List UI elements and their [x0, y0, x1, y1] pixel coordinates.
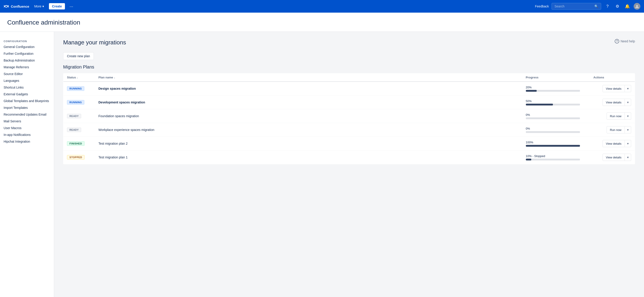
progress-bar-fill	[526, 145, 580, 147]
sidebar-item-external-gadgets[interactable]: External Gadgets	[0, 91, 54, 98]
progress-bar-background	[526, 131, 580, 133]
action-group: View details▾	[594, 140, 631, 147]
action-button[interactable]: View details	[602, 154, 625, 161]
action-button[interactable]: View details	[602, 99, 625, 106]
create-button[interactable]: Create	[49, 3, 65, 9]
content-header: Manage your migrations ? Need help	[63, 39, 635, 46]
column-header-status[interactable]: Status	[63, 73, 95, 82]
table-row: RUNNINGDesign spaces migration20%View de…	[63, 82, 635, 96]
search-placeholder: Search	[554, 4, 564, 8]
column-header-progress: Progress	[522, 73, 590, 82]
progress-bar-background	[526, 90, 580, 92]
main-layout: CONFIGURATION General Configuration Furt…	[0, 32, 644, 297]
progress-bar-background	[526, 104, 580, 105]
need-help-label: Need help	[620, 39, 635, 43]
sidebar-section-label: CONFIGURATION	[0, 38, 54, 43]
action-group: Run now▾	[594, 126, 631, 133]
search-icon: 🔍	[594, 4, 598, 8]
action-button[interactable]: Run now	[606, 126, 625, 133]
plan-name: Test migration plan 2	[98, 142, 128, 145]
migration-table: Status Plan name Progress Actions RUNNIN…	[63, 73, 635, 164]
logo-text: Confluence	[11, 4, 29, 8]
help-circle-icon: ?	[615, 39, 619, 43]
content-title: Manage your migrations	[63, 39, 126, 46]
table-row: FINISHEDTest migration plan 2100%View de…	[63, 137, 635, 151]
sidebar-item-shortcut-links[interactable]: Shortcut Links	[0, 84, 54, 91]
sidebar-item-languages[interactable]: Languages	[0, 77, 54, 84]
action-group: Run now▾	[594, 112, 631, 120]
status-badge: READY	[67, 114, 81, 118]
table-row: STOPPEDTest migration plan 110% - Stoppe…	[63, 151, 635, 164]
page-header: Confluence administration	[0, 13, 644, 32]
sidebar-item-further-configuration[interactable]: Further Configuration	[0, 50, 54, 57]
user-avatar[interactable]	[634, 3, 640, 10]
search-bar[interactable]: Search 🔍	[552, 3, 601, 10]
progress-bar-fill	[526, 104, 553, 105]
help-icon[interactable]: ?	[604, 4, 611, 9]
settings-icon[interactable]: ⚙	[614, 4, 621, 9]
plan-name: Foundation spaces migration	[98, 114, 139, 118]
column-header-actions: Actions	[590, 73, 635, 82]
more-button[interactable]: More ▾	[32, 3, 46, 9]
progress-container: 0%	[526, 127, 586, 133]
sidebar-item-mail-servers[interactable]: Mail Servers	[0, 118, 54, 125]
status-badge: READY	[67, 128, 81, 132]
sidebar-item-user-macros[interactable]: User Macros	[0, 125, 54, 131]
status-badge: RUNNING	[67, 100, 84, 105]
status-badge: FINISHED	[67, 141, 84, 146]
feedback-link[interactable]: Feedback	[535, 4, 549, 8]
status-badge: STOPPED	[67, 155, 84, 160]
need-help-link[interactable]: ? Need help	[615, 39, 635, 43]
action-group: View details▾	[594, 85, 631, 92]
progress-label: 0%	[526, 113, 586, 116]
plan-name: Design spaces migration	[98, 87, 136, 90]
sidebar-item-import-templates[interactable]: Import Templates	[0, 104, 54, 111]
sidebar-item-source-editor[interactable]: Source Editor	[0, 70, 54, 77]
top-navigation: Confluence More ▾ Create ··· Feedback Se…	[0, 0, 644, 13]
progress-bar-background	[526, 117, 580, 119]
action-dropdown-button[interactable]: ▾	[625, 126, 631, 133]
confluence-logo[interactable]: Confluence	[4, 3, 29, 9]
create-new-plan-button[interactable]: Create new plan	[63, 52, 94, 60]
sidebar-item-manage-referrers[interactable]: Manage Referrers	[0, 64, 54, 70]
sidebar-item-recommended-updates-email[interactable]: Recommended Updates Email	[0, 111, 54, 118]
notifications-icon[interactable]: 🔔	[624, 4, 631, 9]
progress-bar-fill	[526, 159, 531, 160]
svg-point-0	[636, 5, 638, 7]
action-group: View details▾	[594, 99, 631, 106]
action-dropdown-button[interactable]: ▾	[625, 112, 631, 120]
sidebar: CONFIGURATION General Configuration Furt…	[0, 32, 54, 297]
sidebar-item-hipchat-integration[interactable]: Hipchat Integration	[0, 138, 54, 145]
progress-container: 0%	[526, 113, 586, 119]
progress-container: 10% - Stopped	[526, 154, 586, 160]
action-group: View details▾	[594, 154, 631, 161]
action-button[interactable]: Run now	[606, 112, 625, 120]
progress-container: 20%	[526, 86, 586, 92]
progress-bar-fill	[526, 90, 537, 92]
table-row: READYFoundation spaces migration0%Run no…	[63, 109, 635, 123]
progress-container: 100%	[526, 141, 586, 147]
progress-label: 20%	[526, 86, 586, 89]
status-badge: RUNNING	[67, 86, 84, 91]
action-dropdown-button[interactable]: ▾	[625, 154, 631, 161]
plan-name: Test migration plan 1	[98, 155, 128, 159]
sidebar-item-in-app-notifications[interactable]: In-app Notifications	[0, 131, 54, 138]
progress-label: 10% - Stopped	[526, 154, 586, 158]
table-row: READYWorkplace experience spaces migrati…	[63, 123, 635, 137]
action-dropdown-button[interactable]: ▾	[625, 99, 631, 106]
progress-container: 50%	[526, 99, 586, 105]
sidebar-item-global-templates[interactable]: Global Templates and Blueprints	[0, 98, 54, 104]
column-header-plan-name[interactable]: Plan name	[95, 73, 522, 82]
progress-label: 0%	[526, 127, 586, 130]
chevron-down-icon: ▾	[42, 4, 44, 8]
action-dropdown-button[interactable]: ▾	[625, 140, 631, 147]
action-button[interactable]: View details	[602, 85, 625, 92]
more-options-button[interactable]: ···	[68, 3, 75, 10]
sidebar-item-backup-administration[interactable]: Backup Administration	[0, 57, 54, 64]
progress-bar-background	[526, 145, 580, 147]
action-button[interactable]: View details	[602, 140, 625, 147]
sidebar-item-general-configuration[interactable]: General Configuration	[0, 43, 54, 50]
plan-name: Development spaces migration	[98, 100, 145, 104]
progress-label: 50%	[526, 99, 586, 103]
action-dropdown-button[interactable]: ▾	[625, 85, 631, 92]
